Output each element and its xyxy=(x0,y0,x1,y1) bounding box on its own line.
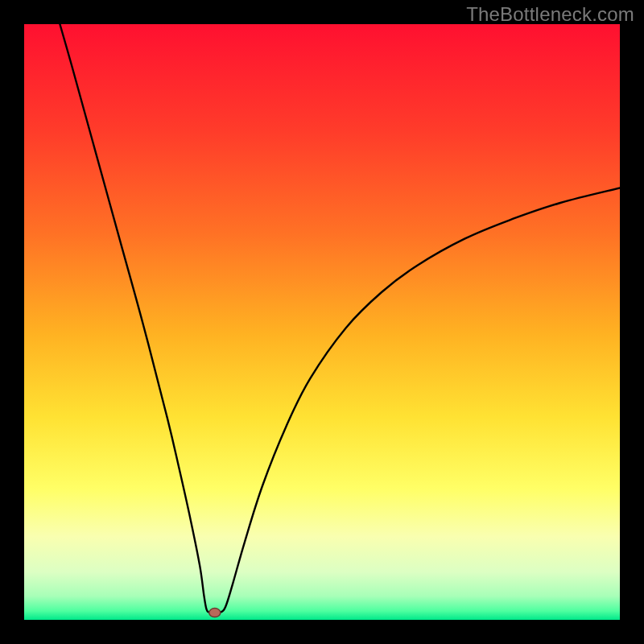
chart-plot xyxy=(24,24,620,620)
watermark-text: TheBottleneck.com xyxy=(466,3,634,26)
optimal-point-marker xyxy=(209,609,221,617)
chart-container: TheBottleneck.com xyxy=(0,0,644,644)
gradient-background xyxy=(24,24,620,620)
